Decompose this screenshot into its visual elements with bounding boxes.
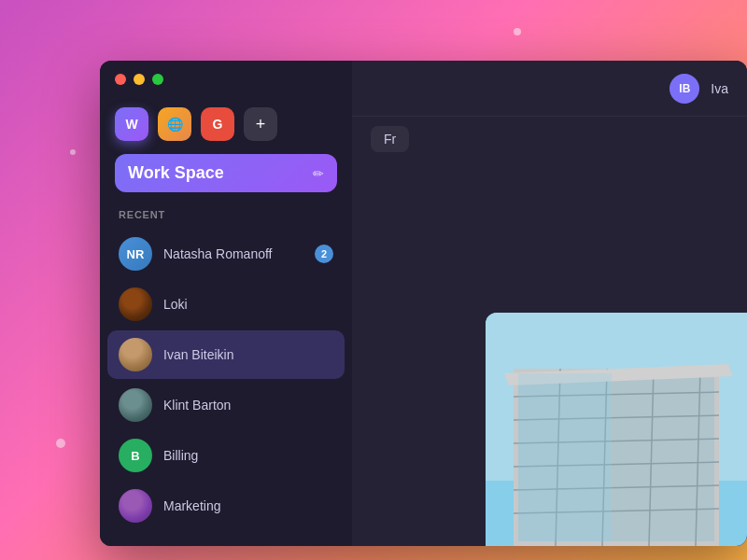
- decorative-dot-1: [514, 28, 521, 35]
- workspace-label-bar[interactable]: Work Space ✏: [115, 154, 337, 192]
- workspace-tabs: W 🌐 G +: [100, 98, 352, 150]
- contact-item-klint[interactable]: Klint Barton: [107, 381, 345, 429]
- avatar-klint: [119, 388, 152, 422]
- avatar-natasha: NR: [119, 237, 152, 271]
- contact-list: NR Natasha Romanoff 2 Loki Ivan Biteikin…: [100, 230, 352, 530]
- avatar-billing: B: [119, 439, 152, 472]
- contact-item-marketing[interactable]: Marketing: [107, 482, 345, 530]
- contact-name-natasha: Natasha Romanoff: [163, 246, 303, 261]
- contact-item-billing[interactable]: B Billing: [107, 431, 345, 480]
- contact-name-klint: Klint Barton: [163, 398, 333, 413]
- contact-name-billing: Billing: [163, 448, 333, 463]
- user-name: Iva: [711, 81, 728, 96]
- edit-icon[interactable]: ✏: [313, 166, 324, 181]
- app-window: W 🌐 G + Work Space ✏ RECENT NR Natasha R…: [100, 61, 747, 546]
- workspace-tab-add[interactable]: +: [244, 107, 277, 141]
- main-content: IB Iva Fr: [352, 61, 747, 546]
- contact-name-marketing: Marketing: [163, 498, 333, 513]
- building-image: [486, 313, 747, 546]
- avatar-marketing: [119, 489, 152, 523]
- contact-item-loki[interactable]: Loki: [107, 280, 345, 329]
- main-topbar: IB Iva: [352, 61, 747, 117]
- decorative-dot-2: [70, 149, 76, 155]
- workspace-tab-w[interactable]: W: [115, 107, 148, 141]
- action-label[interactable]: Fr: [371, 126, 409, 152]
- svg-rect-15: [518, 373, 612, 541]
- title-bar: [100, 61, 352, 98]
- avatar-ivan: [119, 338, 152, 371]
- minimize-button[interactable]: [134, 74, 145, 85]
- contact-item-natasha[interactable]: NR Natasha Romanoff 2: [107, 230, 345, 278]
- decorative-dot-4: [56, 439, 65, 448]
- sidebar: W 🌐 G + Work Space ✏ RECENT NR Natasha R…: [100, 61, 352, 546]
- close-button[interactable]: [115, 74, 126, 85]
- main-action-bar: Fr: [352, 117, 747, 161]
- workspace-tab-globe[interactable]: 🌐: [158, 107, 191, 141]
- building-svg: [486, 313, 747, 546]
- recent-section-label: RECENT: [100, 192, 352, 230]
- maximize-button[interactable]: [152, 74, 163, 85]
- contact-name-loki: Loki: [163, 297, 333, 312]
- contact-name-ivan: Ivan Biteikin: [163, 347, 333, 362]
- badge-natasha: 2: [315, 245, 333, 263]
- avatar-loki: [119, 287, 152, 321]
- contact-item-ivan[interactable]: Ivan Biteikin: [107, 330, 345, 379]
- workspace-name: Work Space: [128, 163, 224, 183]
- user-avatar[interactable]: IB: [669, 74, 699, 104]
- workspace-tab-g[interactable]: G: [201, 107, 234, 141]
